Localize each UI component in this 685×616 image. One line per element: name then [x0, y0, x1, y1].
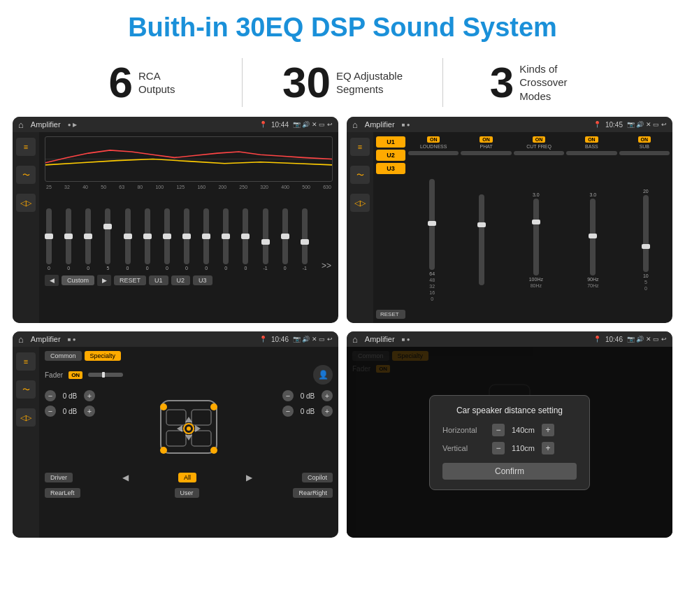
db-plus-1[interactable]: + [84, 390, 95, 401]
eq-custom-btn[interactable]: Custom [62, 275, 94, 285]
mixer-speaker-btn[interactable]: ◁▷ [350, 194, 370, 212]
tab-common[interactable]: Common [45, 351, 82, 361]
home-icon-4[interactable]: ⌂ [352, 334, 358, 345]
preset-u3[interactable]: U3 [376, 163, 405, 174]
eq-tune-btn[interactable]: ≡ [16, 138, 36, 156]
tab-specialty[interactable]: Specialty [85, 351, 122, 361]
bottom-buttons-2: RearLeft User RearRight [45, 488, 333, 498]
db-minus-3[interactable]: − [282, 390, 294, 401]
db-minus-2[interactable]: − [45, 406, 56, 417]
eq-slider-10[interactable]: 0 [243, 208, 248, 271]
eq-slider-1[interactable]: 0 [66, 208, 71, 271]
eq-slider-12[interactable]: 0 [282, 208, 288, 271]
mixer-main: U1 U2 U3 RESET ON LOUDNESS [373, 132, 672, 323]
ch-hslider-loudness[interactable] [408, 151, 459, 155]
ch-on-phat[interactable]: ON [480, 136, 493, 143]
ch-on-sub[interactable]: ON [638, 136, 651, 143]
db-plus-4[interactable]: + [322, 406, 333, 417]
eq-u3-btn[interactable]: U3 [193, 275, 212, 285]
vtrack-cutfreq[interactable] [533, 199, 539, 275]
db-minus-1[interactable]: − [45, 390, 56, 401]
eq-slider-0[interactable]: 0 [46, 208, 52, 271]
fader-speaker-btn[interactable]: ◁▷ [16, 408, 36, 427]
eq-expand-btn[interactable]: >> [322, 261, 331, 271]
btn-rearleft[interactable]: RearLeft [45, 488, 80, 498]
eq-slider-8[interactable]: 0 [203, 208, 209, 271]
mixer-side-controls: ≡ 〜 ◁▷ [347, 132, 373, 323]
eq-reset-btn[interactable]: RESET [114, 275, 146, 285]
time-3: 10:46 [271, 336, 289, 343]
dialog-plus-vertical[interactable]: + [542, 442, 554, 454]
btn-user[interactable]: User [175, 488, 199, 498]
status-icons-1: 📷 🔊 ✕ ▭ ↩ [293, 121, 333, 128]
preset-u1[interactable]: U1 [376, 136, 405, 148]
arrow-right-icon[interactable]: ▶ [199, 473, 299, 482]
ch-on-loudness[interactable]: ON [427, 136, 440, 143]
eq-play-btn[interactable]: ▶ [97, 275, 111, 286]
fader-wave-btn[interactable]: 〜 [16, 380, 36, 399]
ch-label-phat: PHAT [480, 144, 493, 149]
home-icon-3[interactable]: ⌂ [18, 334, 24, 345]
db-plus-2[interactable]: + [84, 406, 95, 417]
pin-icon-3: 📍 [259, 336, 267, 343]
eq-speaker-btn[interactable]: ◁▷ [16, 194, 36, 212]
eq-slider-9[interactable]: 0 [223, 208, 229, 271]
stat-text-eq: EQ AdjustableSegments [336, 69, 403, 96]
svg-rect-4 [166, 431, 186, 446]
btn-driver[interactable]: Driver [45, 473, 73, 482]
db-row-2: − 0 dB + [45, 406, 95, 417]
db-minus-4[interactable]: − [282, 406, 294, 417]
bottom-buttons: Driver ◀ All ▶ Copilot [45, 473, 333, 482]
pin-icon-4: 📍 [593, 336, 601, 343]
vtrack-phat[interactable] [479, 194, 484, 285]
channel-vsliders: 64 48 32 16 0 3.0 100Hz [408, 158, 670, 319]
vtrack-bass[interactable] [590, 199, 596, 275]
dialog-plus-horizontal[interactable]: + [542, 424, 554, 436]
eq-slider-3[interactable]: 5 [105, 208, 110, 271]
vtrack-loudness[interactable] [429, 179, 435, 270]
home-icon-1[interactable]: ⌂ [18, 120, 24, 130]
ch-hslider-sub[interactable] [619, 151, 670, 155]
mixer-wave-btn[interactable]: 〜 [350, 166, 370, 184]
stat-number-eq: 30 [282, 61, 331, 104]
ch-on-cutfreq[interactable]: ON [533, 136, 546, 143]
btn-copilot[interactable]: Copilot [302, 473, 333, 482]
fader-on-badge[interactable]: ON [68, 371, 82, 379]
fader-settings-btn[interactable]: 👤 [313, 365, 333, 385]
db-val-1: 0 dB [59, 392, 81, 400]
db-row-1: − 0 dB + [45, 390, 95, 401]
eq-u2-btn[interactable]: U2 [171, 275, 191, 285]
ch-on-bass[interactable]: ON [585, 136, 598, 143]
svg-rect-5 [192, 431, 211, 446]
eq-prev-btn[interactable]: ◀ [45, 275, 59, 286]
mixer-reset-btn[interactable]: RESET [376, 310, 405, 319]
btn-all[interactable]: All [178, 473, 196, 482]
dialog-minus-horizontal[interactable]: − [492, 424, 505, 436]
eq-wave-btn[interactable]: 〜 [16, 166, 36, 184]
vslider-bass: 3.0 90Hz 70Hz [587, 192, 598, 288]
btn-rearright[interactable]: RearRight [293, 488, 333, 498]
eq-slider-4[interactable]: 0 [125, 208, 131, 271]
eq-slider-2[interactable]: 0 [85, 208, 91, 271]
pin-icon-2: 📍 [593, 121, 601, 128]
db-plus-3[interactable]: + [322, 390, 333, 401]
arrow-left-icon[interactable]: ◀ [75, 473, 175, 482]
vtrack-sub[interactable] [643, 195, 649, 272]
eq-slider-7[interactable]: 0 [184, 208, 189, 271]
eq-slider-5[interactable]: 0 [145, 208, 150, 271]
eq-slider-11[interactable]: -1 [263, 208, 268, 271]
home-icon-2[interactable]: ⌂ [352, 120, 358, 130]
fader-htrack[interactable] [88, 373, 123, 377]
eq-slider-6[interactable]: 0 [164, 208, 170, 271]
confirm-button[interactable]: Confirm [442, 463, 577, 480]
db-row-3: − 0 dB + [282, 390, 333, 401]
ch-hslider-cutfreq[interactable] [514, 151, 564, 155]
eq-u1-btn[interactable]: U1 [149, 275, 168, 285]
ch-hslider-phat[interactable] [461, 151, 511, 155]
preset-u2[interactable]: U2 [376, 150, 405, 161]
eq-slider-13[interactable]: -1 [302, 208, 308, 271]
fader-tune-btn[interactable]: ≡ [16, 352, 36, 371]
ch-hslider-bass[interactable] [566, 151, 616, 155]
dialog-minus-vertical[interactable]: − [492, 442, 505, 454]
mixer-tune-btn[interactable]: ≡ [350, 138, 370, 156]
